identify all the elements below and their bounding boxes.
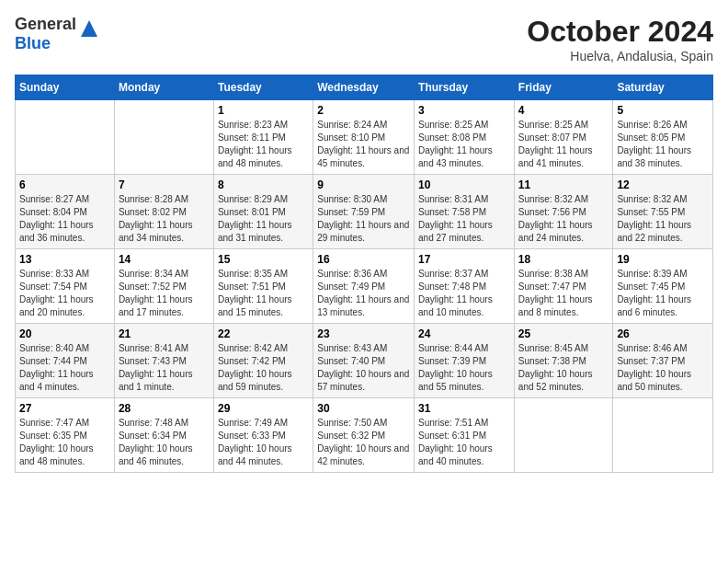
day-info: Sunrise: 8:25 AMSunset: 8:07 PMDaylight:… [518, 119, 609, 170]
calendar-cell: 9Sunrise: 8:30 AMSunset: 7:59 PMDaylight… [313, 175, 415, 249]
weekday-header-wednesday: Wednesday [313, 75, 415, 100]
calendar-cell [114, 100, 213, 175]
calendar-cell: 12Sunrise: 8:32 AMSunset: 7:55 PMDayligh… [613, 175, 713, 249]
weekday-header-monday: Monday [114, 75, 213, 100]
day-info: Sunrise: 8:40 AMSunset: 7:44 PMDaylight:… [19, 342, 110, 394]
weekday-header-tuesday: Tuesday [213, 75, 313, 100]
calendar-cell: 21Sunrise: 8:41 AMSunset: 7:43 PMDayligh… [114, 324, 213, 398]
day-number: 29 [218, 402, 309, 415]
day-info: Sunrise: 8:37 AMSunset: 7:48 PMDaylight:… [418, 268, 510, 319]
calendar-cell: 8Sunrise: 8:29 AMSunset: 8:01 PMDaylight… [213, 175, 313, 249]
calendar-cell: 31Sunrise: 7:51 AMSunset: 6:31 PMDayligh… [415, 398, 515, 473]
calendar-week-row: 27Sunrise: 7:47 AMSunset: 6:35 PMDayligh… [16, 398, 713, 473]
calendar-cell: 19Sunrise: 8:39 AMSunset: 7:45 PMDayligh… [613, 249, 713, 324]
calendar-cell: 2Sunrise: 8:24 AMSunset: 8:10 PMDaylight… [313, 100, 415, 175]
day-info: Sunrise: 7:51 AMSunset: 6:31 PMDaylight:… [418, 417, 510, 468]
logo-arrow-icon [79, 18, 99, 39]
weekday-header-row: SundayMondayTuesdayWednesdayThursdayFrid… [16, 75, 713, 100]
logo: General Blue [15, 15, 99, 53]
calendar-cell [16, 100, 115, 175]
day-info: Sunrise: 8:25 AMSunset: 8:08 PMDaylight:… [418, 119, 510, 170]
day-info: Sunrise: 7:50 AMSunset: 6:32 PMDaylight:… [317, 417, 410, 468]
calendar-header: SundayMondayTuesdayWednesdayThursdayFrid… [16, 75, 713, 100]
day-info: Sunrise: 8:32 AMSunset: 7:56 PMDaylight:… [518, 193, 609, 245]
day-info: Sunrise: 8:45 AMSunset: 7:38 PMDaylight:… [518, 342, 609, 394]
calendar-cell: 20Sunrise: 8:40 AMSunset: 7:44 PMDayligh… [16, 324, 115, 398]
page-header: General Blue October 2024 Huelva, Andalu… [15, 15, 713, 63]
calendar-cell: 23Sunrise: 8:43 AMSunset: 7:40 PMDayligh… [313, 324, 415, 398]
calendar-cell: 5Sunrise: 8:26 AMSunset: 8:05 PMDaylight… [613, 100, 713, 175]
day-number: 1 [218, 104, 309, 117]
day-number: 3 [418, 104, 510, 117]
calendar-week-row: 20Sunrise: 8:40 AMSunset: 7:44 PMDayligh… [16, 324, 713, 398]
day-number: 20 [19, 327, 110, 340]
day-number: 9 [317, 178, 410, 191]
calendar-cell: 6Sunrise: 8:27 AMSunset: 8:04 PMDaylight… [16, 175, 115, 249]
calendar-cell: 7Sunrise: 8:28 AMSunset: 8:02 PMDaylight… [114, 175, 213, 249]
calendar-week-row: 1Sunrise: 8:23 AMSunset: 8:11 PMDaylight… [16, 100, 713, 175]
day-number: 24 [418, 327, 510, 340]
day-number: 31 [418, 402, 510, 415]
calendar-cell: 26Sunrise: 8:46 AMSunset: 7:37 PMDayligh… [613, 324, 713, 398]
calendar-week-row: 6Sunrise: 8:27 AMSunset: 8:04 PMDaylight… [16, 175, 713, 249]
weekday-header-sunday: Sunday [16, 75, 115, 100]
calendar-cell: 4Sunrise: 8:25 AMSunset: 8:07 PMDaylight… [514, 100, 613, 175]
calendar-cell: 1Sunrise: 8:23 AMSunset: 8:11 PMDaylight… [213, 100, 313, 175]
day-info: Sunrise: 8:46 AMSunset: 7:37 PMDaylight:… [617, 342, 709, 394]
calendar-cell: 28Sunrise: 7:48 AMSunset: 6:34 PMDayligh… [114, 398, 213, 473]
calendar-cell: 15Sunrise: 8:35 AMSunset: 7:51 PMDayligh… [213, 249, 313, 324]
calendar-cell: 11Sunrise: 8:32 AMSunset: 7:56 PMDayligh… [514, 175, 613, 249]
day-number: 22 [218, 327, 309, 340]
calendar-cell: 18Sunrise: 8:38 AMSunset: 7:47 PMDayligh… [514, 249, 613, 324]
day-info: Sunrise: 8:41 AMSunset: 7:43 PMDaylight:… [119, 342, 210, 394]
day-info: Sunrise: 8:39 AMSunset: 7:45 PMDaylight:… [617, 268, 709, 319]
calendar-cell: 24Sunrise: 8:44 AMSunset: 7:39 PMDayligh… [415, 324, 515, 398]
day-number: 7 [119, 178, 210, 191]
day-number: 25 [518, 327, 609, 340]
day-info: Sunrise: 8:35 AMSunset: 7:51 PMDaylight:… [218, 268, 309, 319]
logo-general: General [15, 15, 76, 34]
day-number: 14 [119, 253, 210, 266]
day-number: 21 [119, 327, 210, 340]
logo-blue: Blue [15, 34, 76, 53]
day-info: Sunrise: 8:33 AMSunset: 7:54 PMDaylight:… [19, 268, 110, 319]
day-number: 12 [617, 178, 709, 191]
calendar-cell: 30Sunrise: 7:50 AMSunset: 6:32 PMDayligh… [313, 398, 415, 473]
calendar-cell: 29Sunrise: 7:49 AMSunset: 6:33 PMDayligh… [213, 398, 313, 473]
day-number: 5 [617, 104, 709, 117]
day-info: Sunrise: 8:36 AMSunset: 7:49 PMDaylight:… [317, 268, 410, 319]
weekday-header-saturday: Saturday [613, 75, 713, 100]
day-info: Sunrise: 8:44 AMSunset: 7:39 PMDaylight:… [418, 342, 510, 394]
day-info: Sunrise: 7:47 AMSunset: 6:35 PMDaylight:… [19, 417, 110, 468]
day-number: 18 [518, 253, 609, 266]
weekday-header-thursday: Thursday [415, 75, 515, 100]
day-info: Sunrise: 8:30 AMSunset: 7:59 PMDaylight:… [317, 193, 410, 245]
calendar-cell: 3Sunrise: 8:25 AMSunset: 8:08 PMDaylight… [415, 100, 515, 175]
day-number: 30 [317, 402, 410, 415]
day-number: 11 [518, 178, 609, 191]
day-number: 10 [418, 178, 510, 191]
day-info: Sunrise: 8:32 AMSunset: 7:55 PMDaylight:… [617, 193, 709, 245]
day-info: Sunrise: 8:38 AMSunset: 7:47 PMDaylight:… [518, 268, 609, 319]
calendar-cell: 25Sunrise: 8:45 AMSunset: 7:38 PMDayligh… [514, 324, 613, 398]
day-info: Sunrise: 8:28 AMSunset: 8:02 PMDaylight:… [119, 193, 210, 245]
day-number: 6 [19, 178, 110, 191]
weekday-header-friday: Friday [514, 75, 613, 100]
calendar-cell: 27Sunrise: 7:47 AMSunset: 6:35 PMDayligh… [16, 398, 115, 473]
day-number: 13 [19, 253, 110, 266]
day-number: 27 [19, 402, 110, 415]
day-number: 26 [617, 327, 709, 340]
calendar-cell: 16Sunrise: 8:36 AMSunset: 7:49 PMDayligh… [313, 249, 415, 324]
calendar-cell [613, 398, 713, 473]
day-info: Sunrise: 8:31 AMSunset: 7:58 PMDaylight:… [418, 193, 510, 245]
day-number: 17 [418, 253, 510, 266]
day-number: 19 [617, 253, 709, 266]
calendar-cell: 17Sunrise: 8:37 AMSunset: 7:48 PMDayligh… [415, 249, 515, 324]
day-number: 23 [317, 327, 410, 340]
calendar-cell [514, 398, 613, 473]
day-info: Sunrise: 7:48 AMSunset: 6:34 PMDaylight:… [119, 417, 210, 468]
day-number: 4 [518, 104, 609, 117]
day-info: Sunrise: 8:29 AMSunset: 8:01 PMDaylight:… [218, 193, 309, 245]
day-info: Sunrise: 8:43 AMSunset: 7:40 PMDaylight:… [317, 342, 410, 394]
calendar-table: SundayMondayTuesdayWednesdayThursdayFrid… [15, 75, 713, 473]
